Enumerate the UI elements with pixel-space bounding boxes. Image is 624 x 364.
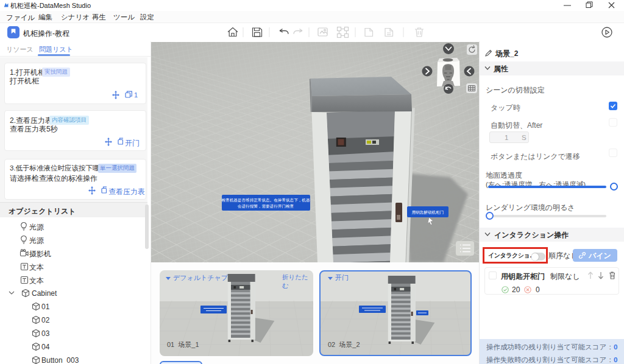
svg-text:用钥匙解锁机柜门: 用钥匙解锁机柜门 — [412, 210, 444, 215]
svg-text:1: 1 — [134, 91, 138, 99]
svg-text:检查机器是否维持正常状态。在异常状态下，机器: 检查机器是否维持正常状态。在异常状态下，机器 — [221, 198, 310, 203]
svg-text:会进行报警，需要进行开门检查: 会进行报警，需要进行开门检查 — [238, 204, 294, 209]
